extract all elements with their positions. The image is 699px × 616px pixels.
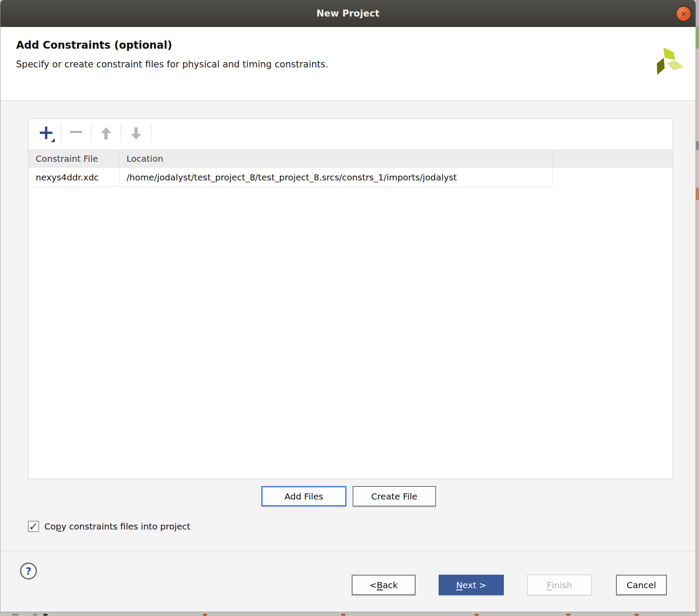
background-artifact [43,614,47,616]
arrow-down-icon [130,127,143,140]
background-artifact [475,614,479,616]
next-button[interactable]: Next > [439,575,504,595]
page-title: Add Constraints (optional) [16,39,172,51]
background-artifact [12,614,18,616]
checkbox-label-pre: Co [44,521,56,532]
background-artifact [635,614,639,616]
footer-divider [0,551,696,551]
background-window-sliver-right [696,0,699,616]
background-artifact [696,0,699,27]
help-icon[interactable]: ? [20,563,37,579]
back-label-pre: < [369,580,377,590]
add-constraint-button[interactable]: + [34,122,58,145]
vivado-logo-icon [654,45,686,77]
add-files-button[interactable]: Add Files [261,486,346,506]
checkbox-label-post: y constraints files into project [61,521,190,532]
toolbar-divider [61,124,61,143]
background-artifact [696,188,699,200]
titlebar[interactable]: New Project ✕ [0,0,696,27]
window-title: New Project [316,8,379,19]
constraints-toolbar: + − [29,119,672,148]
close-icon[interactable]: ✕ [676,6,692,22]
background-artifact [696,141,699,150]
back-label-post: ack [383,580,398,590]
screen: New Project ✕ Add Constraints (optional)… [0,0,699,616]
checkbox-label: Copy constraints files into project [44,521,190,532]
finish-label-post: inish [552,580,572,590]
wizard-header: Add Constraints (optional) Specify or cr… [0,27,696,101]
table-row[interactable]: nexys4ddr.xdc /home/jodalyst/test_projec… [29,168,672,187]
checkbox-label-mnemonic: p [56,521,61,532]
finish-label-mnemonic: F [547,580,552,590]
column-header-empty [553,149,672,168]
cell-location[interactable]: /home/jodalyst/test_project_8/test_proje… [120,168,553,187]
page-subtitle: Specify or create constraint files for p… [16,59,328,70]
arrow-up-icon [100,127,113,140]
move-up-button[interactable] [94,122,118,145]
new-project-dialog: New Project ✕ Add Constraints (optional)… [0,0,696,612]
column-header-constraint-file[interactable]: Constraint File [29,149,120,168]
finish-button: Finish [527,575,592,595]
background-artifact [203,614,207,616]
background-artifact [33,614,37,616]
next-label-mnemonic: N [456,580,463,590]
minus-icon: − [68,123,84,140]
cancel-button[interactable]: Cancel [616,575,667,595]
create-file-button[interactable]: Create File [353,486,436,506]
background-artifact [341,614,345,616]
remove-constraint-button[interactable]: − [64,122,88,145]
background-artifact [566,614,570,616]
next-label-post: ext > [463,580,486,590]
cell-constraint-file[interactable]: nexys4ddr.xdc [29,168,120,187]
checkbox-checked-icon[interactable]: ✓ [28,521,39,532]
background-window-sliver-bottom [0,612,696,616]
back-button[interactable]: < Back [352,575,416,595]
toolbar-divider [121,124,121,143]
toolbar-divider [151,124,151,143]
move-down-button[interactable] [124,122,148,145]
constraints-panel: + − [28,118,673,479]
column-header-location[interactable]: Location [120,149,553,168]
copy-constraints-checkbox-row[interactable]: ✓ Copy constraints files into project [28,520,190,532]
toolbar-divider [91,124,91,143]
back-label-mnemonic: B [377,580,383,590]
background-artifact [696,27,699,49]
dropdown-corner-icon [51,138,55,142]
table-header-row: Constraint File Location [29,149,672,168]
